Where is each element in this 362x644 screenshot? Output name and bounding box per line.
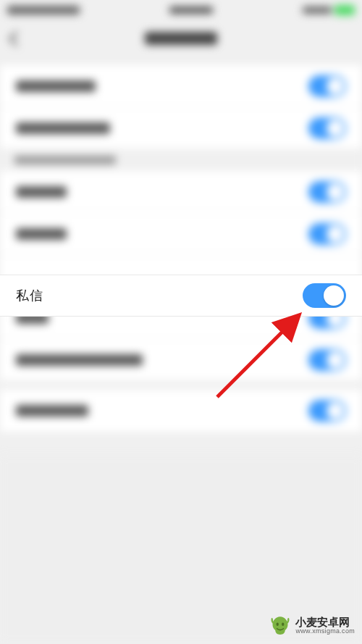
svg-line-1 xyxy=(217,317,297,397)
setting-row-blurred xyxy=(0,339,362,381)
setting-row-blurred xyxy=(0,107,362,149)
watermark: 小麦安卓网 www.xmsigma.com xyxy=(269,615,355,637)
setting-row-blurred xyxy=(0,390,362,432)
page-title xyxy=(145,32,217,45)
setting-row-blurred xyxy=(0,171,362,213)
setting-row-private-message[interactable]: 私信 xyxy=(0,275,362,317)
back-icon xyxy=(9,30,24,46)
setting-label: 私信 xyxy=(16,287,43,304)
annotation-arrow-icon xyxy=(210,304,311,406)
toggle-blurred xyxy=(308,349,346,371)
status-bar xyxy=(0,0,362,20)
watermark-logo-icon xyxy=(269,615,291,637)
toggle-blurred xyxy=(308,223,346,245)
blurred-background xyxy=(0,0,362,644)
nav-bar xyxy=(0,20,362,57)
toggle-blurred xyxy=(308,75,346,97)
toggle-blurred xyxy=(308,181,346,203)
private-message-toggle[interactable] xyxy=(303,283,346,308)
svg-point-3 xyxy=(282,623,285,627)
setting-row-blurred xyxy=(0,213,362,255)
svg-point-2 xyxy=(277,623,279,627)
setting-row-blurred xyxy=(0,65,362,107)
watermark-brand: 小麦安卓网 xyxy=(295,616,355,629)
watermark-url: www.xmsigma.com xyxy=(295,628,355,635)
toggle-blurred xyxy=(308,400,346,422)
toggle-blurred xyxy=(308,117,346,139)
